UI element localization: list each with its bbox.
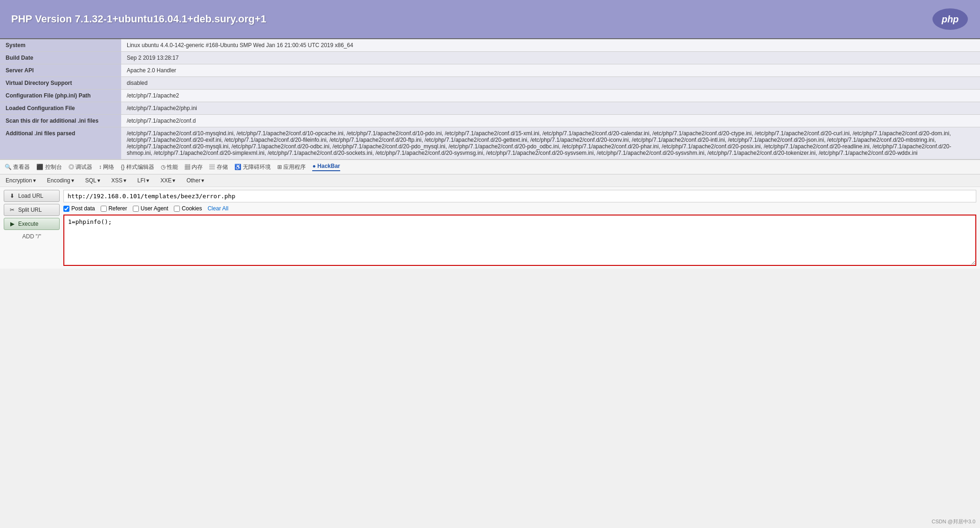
table-row: SystemLinux ubuntu 4.4.0-142-generic #16… <box>0 39 980 52</box>
devtools-storage[interactable]: ▤ 存储 <box>209 163 227 171</box>
table-row: Virtual Directory Supportdisabled <box>0 77 980 90</box>
table-row: Additional .ini files parsed/etc/php/7.1… <box>0 127 980 160</box>
devtools-performance[interactable]: ◷ 性能 <box>161 163 178 171</box>
php-info-section: PHP Version 7.1.32-1+ubuntu16.04.1+deb.s… <box>0 0 980 160</box>
post-data-textarea[interactable] <box>63 215 976 266</box>
execute-button[interactable]: ▶ Execute <box>4 218 60 230</box>
devtools-memory[interactable]: ▦ 内存 <box>185 163 203 171</box>
user-agent-label: User Agent <box>141 205 168 212</box>
cookies-label: Cookies <box>182 205 202 212</box>
devtools-hackbar-tab[interactable]: ● HackBar <box>312 163 340 171</box>
main-content: PHP Version 7.1.32-1+ubuntu16.04.1+deb.s… <box>0 0 980 269</box>
sql-menu[interactable]: SQL ▾ <box>83 176 102 185</box>
xss-menu[interactable]: XSS ▾ <box>110 176 128 185</box>
post-data-label: Post data <box>71 205 95 212</box>
table-row-value: Apache 2.0 Handler <box>121 64 980 77</box>
encryption-dropdown-icon: ▾ <box>33 177 36 184</box>
devtools-inspector[interactable]: 🔍 查看器 <box>5 163 30 171</box>
hackbar-left-panel: ⬇ Load URL ✂ Split URL ▶ Execute ADD "/" <box>4 190 60 241</box>
other-dropdown-icon: ▾ <box>201 177 204 184</box>
devtools-console[interactable]: ⬛ 控制台 <box>36 163 62 171</box>
devtools-application[interactable]: ⊞ 应用程序 <box>277 163 306 171</box>
encoding-dropdown-icon: ▾ <box>71 177 74 184</box>
hackbar-menu: Encryption ▾ Encoding ▾ SQL ▾ XSS ▾ LFI … <box>0 174 980 187</box>
user-agent-checkbox[interactable] <box>133 206 139 212</box>
table-row: Server APIApache 2.0 Handler <box>0 64 980 77</box>
encryption-label: Encryption <box>6 177 32 184</box>
encoding-menu[interactable]: Encoding ▾ <box>45 176 76 185</box>
clear-all-button[interactable]: Clear All <box>207 205 228 212</box>
execute-label: Execute <box>18 221 38 227</box>
table-row-value: Sep 2 2019 13:28:17 <box>121 52 980 64</box>
encoding-label: Encoding <box>47 177 70 184</box>
other-menu[interactable]: Other ▾ <box>185 176 206 185</box>
table-row-value: disabled <box>121 77 980 90</box>
other-label: Other <box>186 177 200 184</box>
table-row: Scan this dir for additional .ini files/… <box>0 115 980 127</box>
table-row-value: /etc/php/7.1/apache2/conf.d/10-mysqlnd.i… <box>121 127 980 160</box>
php-logo: php <box>932 7 969 31</box>
table-row-value: /etc/php/7.1/apache2 <box>121 90 980 102</box>
url-input[interactable] <box>63 190 976 202</box>
php-header: PHP Version 7.1.32-1+ubuntu16.04.1+deb.s… <box>0 0 980 39</box>
cookies-checkbox[interactable] <box>174 206 180 212</box>
split-url-icon: ✂ <box>9 207 15 213</box>
hackbar-url-area: Post data Referer User Agent Cookies C <box>63 190 976 266</box>
table-row-key: Virtual Directory Support <box>0 77 121 90</box>
table-row-key: Build Date <box>0 52 121 64</box>
xxe-menu[interactable]: XXE ▾ <box>158 176 177 185</box>
user-agent-checkbox-label[interactable]: User Agent <box>133 205 168 212</box>
encryption-menu[interactable]: Encryption ▾ <box>4 176 38 185</box>
referer-label: Referer <box>109 205 127 212</box>
xxe-label: XXE <box>160 177 171 184</box>
referer-checkbox[interactable] <box>101 206 107 212</box>
php-info-table: SystemLinux ubuntu 4.4.0-142-generic #16… <box>0 39 980 160</box>
table-row-value: /etc/php/7.1/apache2/php.ini <box>121 102 980 115</box>
hackbar-section: Encryption ▾ Encoding ▾ SQL ▾ XSS ▾ LFI … <box>0 174 980 269</box>
table-row: Configuration File (php.ini) Path/etc/ph… <box>0 90 980 102</box>
xxe-dropdown-icon: ▾ <box>172 177 175 184</box>
table-row-key: Loaded Configuration File <box>0 102 121 115</box>
table-row: Build DateSep 2 2019 13:28:17 <box>0 52 980 64</box>
table-row-key: Additional .ini files parsed <box>0 127 121 160</box>
split-url-label: Split URL <box>18 207 42 213</box>
lfi-label: LFI <box>137 177 145 184</box>
xss-dropdown-icon: ▾ <box>123 177 126 184</box>
post-options: Post data Referer User Agent Cookies C <box>63 204 976 213</box>
post-data-checkbox-label[interactable]: Post data <box>63 205 95 212</box>
table-row-key: Server API <box>0 64 121 77</box>
table-row-key: Configuration File (php.ini) Path <box>0 90 121 102</box>
split-url-button[interactable]: ✂ Split URL <box>4 204 60 216</box>
devtools-bar: 🔍 查看器 ⬛ 控制台 ◎ 调试器 ↕ 网络 {} 样式编辑器 ◷ 性能 ▦ 内… <box>0 160 980 174</box>
lfi-dropdown-icon: ▾ <box>146 177 149 184</box>
post-data-checkbox[interactable] <box>63 206 69 212</box>
table-row-key: System <box>0 39 121 52</box>
table-row-value: /etc/php/7.1/apache2/conf.d <box>121 115 980 127</box>
table-row-value: Linux ubuntu 4.4.0-142-generic #168-Ubun… <box>121 39 980 52</box>
lfi-menu[interactable]: LFI ▾ <box>136 176 151 185</box>
devtools-accessibility[interactable]: ♿ 无障碍环境 <box>234 163 271 171</box>
load-url-icon: ⬇ <box>9 193 15 199</box>
table-row: Loaded Configuration File/etc/php/7.1/ap… <box>0 102 980 115</box>
php-version-title: PHP Version 7.1.32-1+ubuntu16.04.1+deb.s… <box>11 13 267 25</box>
sql-dropdown-icon: ▾ <box>97 177 100 184</box>
cookies-checkbox-label[interactable]: Cookies <box>174 205 202 212</box>
load-url-button[interactable]: ⬇ Load URL <box>4 190 60 202</box>
referer-checkbox-label[interactable]: Referer <box>101 205 127 212</box>
xss-label: XSS <box>111 177 123 184</box>
devtools-debugger[interactable]: ◎ 调试器 <box>69 163 92 171</box>
devtools-style-editor[interactable]: {} 样式编辑器 <box>121 163 154 171</box>
sql-label: SQL <box>85 177 96 184</box>
hackbar-body: ⬇ Load URL ✂ Split URL ▶ Execute ADD "/" <box>0 187 980 269</box>
execute-icon: ▶ <box>9 221 15 227</box>
load-url-label: Load URL <box>18 193 43 199</box>
table-row-key: Scan this dir for additional .ini files <box>0 115 121 127</box>
devtools-network[interactable]: ↕ 网络 <box>99 163 114 171</box>
add-slash-button[interactable]: ADD "/" <box>4 232 60 241</box>
